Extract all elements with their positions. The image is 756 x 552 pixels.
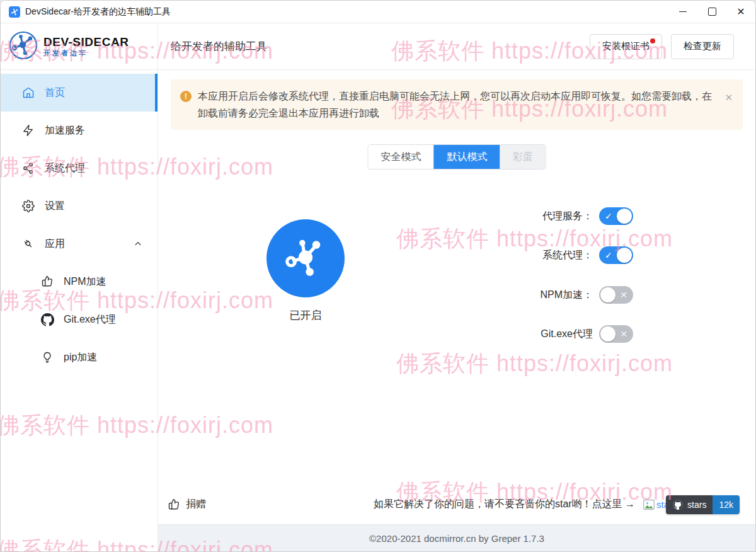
sidebar-item-git-proxy[interactable]: Git.exe代理: [1, 301, 158, 338]
donate-link[interactable]: 捐赠: [168, 498, 206, 511]
nodes-icon: [21, 161, 35, 175]
switch-label: NPM加速：: [540, 289, 593, 302]
switch-row-proxy-service: 代理服务： ✓: [542, 207, 633, 226]
sidebar-item-npm-accel[interactable]: NPM加速: [1, 263, 158, 301]
sidebar: DEV-SIDECAR 开发者边车 首页 加速服务: [1, 23, 158, 551]
status-label: 已开启: [266, 308, 345, 323]
proxy-service-toggle[interactable]: ✓: [599, 207, 633, 225]
copyright-text: ©2020-2021 docmirror.cn by Greper 1.7.3: [369, 533, 544, 544]
warning-alert: ! 本应用开启后会修改系统代理，直接重启电脑可能会无法上网，您可以再次启动本应用…: [171, 79, 743, 130]
sidebar-item-pip-accel[interactable]: pip加速: [1, 338, 158, 376]
warning-icon: !: [180, 91, 192, 102]
install-cert-button[interactable]: 安装根证书: [590, 34, 662, 59]
npm-accel-toggle[interactable]: ✕: [599, 286, 633, 304]
sidebar-item-label: 首页: [45, 86, 65, 100]
toggle-knob: [617, 209, 632, 224]
sidebar-item-label: pip加速: [64, 351, 97, 364]
home-icon: [21, 86, 35, 100]
close-button[interactable]: ✕: [726, 1, 755, 23]
logo-icon: [8, 30, 38, 63]
donate-label: 捐赠: [186, 498, 206, 511]
gear-icon: [21, 199, 35, 213]
header: 给开发者的辅助工具 安装根证书 检查更新: [158, 23, 755, 70]
badge-label: stars: [687, 500, 706, 510]
switch-label: Git.exe代理: [541, 328, 593, 341]
minimize-button[interactable]: [668, 1, 697, 23]
sidebar-item-label: NPM加速: [64, 275, 106, 289]
bottom-bar: 捐赠 如果它解决了你的问题，请不要吝啬你的star哟！点这里 → star st…: [158, 485, 755, 524]
tab-safe-mode[interactable]: 安全模式: [369, 145, 434, 169]
broken-image-icon: [643, 498, 655, 511]
sidebar-item-accel-service[interactable]: 加速服务: [1, 112, 158, 149]
red-dot-badge: [650, 38, 655, 43]
check-icon: ✓: [605, 211, 612, 221]
check-icon: ✓: [605, 250, 612, 260]
check-update-label: 检查更新: [684, 40, 721, 52]
switch-label: 代理服务：: [542, 210, 593, 223]
sidebar-item-label: 设置: [45, 200, 65, 213]
window-title: DevSidecar-给开发者的边车辅助工具: [25, 6, 171, 18]
sidebar-item-label: Git.exe代理: [64, 313, 116, 326]
status-circle-button[interactable]: [266, 219, 345, 297]
network-icon: [282, 235, 329, 282]
sidebar-item-label: 应用: [45, 238, 65, 251]
plug-icon: [21, 237, 35, 251]
github-icon: [40, 313, 54, 326]
footer: ©2020-2021 docmirror.cn by Greper 1.7.3: [158, 524, 755, 551]
git-proxy-toggle[interactable]: ✕: [599, 325, 633, 343]
lightbulb-icon: [40, 350, 54, 364]
warning-text: 本应用开启后会修改系统代理，直接重启电脑可能会无法上网，您可以再次启动本应用即可…: [198, 88, 714, 122]
badge-count: 12k: [713, 495, 740, 514]
system-proxy-toggle[interactable]: ✓: [599, 246, 633, 264]
thumbs-up-icon: [40, 275, 54, 289]
sidebar-item-system-proxy[interactable]: 系统代理: [1, 149, 158, 187]
main-content: ! 本应用开启后会修改系统代理，直接重启电脑可能会无法上网，您可以再次启动本应用…: [158, 70, 755, 551]
install-cert-label: 安装根证书: [602, 40, 650, 52]
chevron-up-icon: [134, 239, 142, 248]
sidebar-item-label: 系统代理: [45, 162, 85, 175]
switch-row-git-proxy: Git.exe代理 ✕: [541, 325, 633, 343]
thumbs-up-icon: [168, 498, 180, 511]
check-update-button[interactable]: 检查更新: [671, 34, 734, 59]
sidebar-item-label: 加速服务: [45, 124, 85, 137]
sidebar-item-apps[interactable]: 应用: [1, 225, 158, 263]
sidebar-item-settings[interactable]: 设置: [1, 187, 158, 225]
github-stars-badge[interactable]: stars 12k: [666, 495, 740, 514]
toggle-knob: [600, 326, 616, 342]
toggle-knob: [617, 248, 632, 263]
star-message: 如果它解决了你的问题，请不要吝啬你的star哟！点这里 →: [374, 498, 635, 511]
sidebar-menu: 首页 加速服务 系统代理: [1, 70, 158, 376]
logo: DEV-SIDECAR 开发者边车: [1, 23, 158, 70]
tab-easter-egg: 彩蛋: [500, 145, 546, 169]
switch-row-system-proxy: 系统代理： ✓: [542, 246, 633, 265]
logo-subtitle: 开发者边车: [43, 50, 129, 57]
sidebar-item-home[interactable]: 首页: [1, 74, 158, 112]
tab-default-mode[interactable]: 默认模式: [434, 145, 500, 169]
mode-tabs: 安全模式 默认模式 彩蛋: [368, 144, 546, 170]
switch-row-npm-accel: NPM加速： ✕: [540, 285, 633, 304]
page-title: 给开发者的辅助工具: [171, 39, 267, 54]
maximize-icon: [708, 8, 716, 16]
logo-title: DEV-SIDECAR: [43, 36, 129, 48]
switch-label: 系统代理：: [542, 249, 593, 262]
minimize-icon: [679, 11, 687, 12]
toggle-knob: [600, 287, 616, 302]
app-icon: [9, 6, 20, 18]
app-window: DevSidecar-给开发者的边车辅助工具 ✕: [0, 0, 756, 552]
github-icon: [672, 499, 684, 510]
alert-close-icon[interactable]: ✕: [724, 89, 733, 106]
cross-icon: ✕: [620, 290, 627, 300]
maximize-button[interactable]: [697, 1, 726, 23]
cross-icon: ✕: [620, 329, 627, 339]
lightning-icon: [21, 124, 35, 137]
titlebar: DevSidecar-给开发者的边车辅助工具 ✕: [1, 1, 755, 23]
